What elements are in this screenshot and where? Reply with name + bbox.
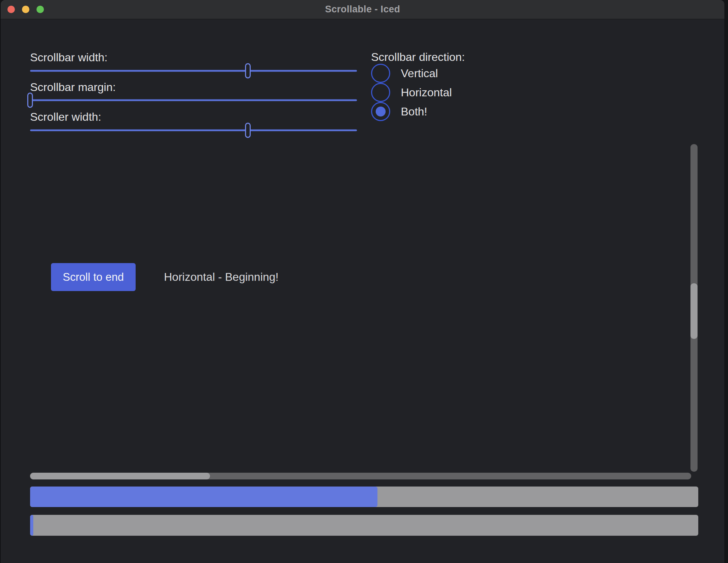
scrollbar-direction-label: Scrollbar direction: [371,50,465,64]
scrollbar-margin-label: Scrollbar margin: [30,80,116,94]
slider-track[interactable] [30,70,357,72]
traffic-lights [7,0,44,19]
horizontal-progress-bar [30,487,698,507]
vertical-scrollbar-thumb[interactable] [690,283,698,339]
scroller-width-label: Scroller width: [30,110,101,124]
zoom-button[interactable] [36,6,44,13]
scroll-to-end-button[interactable]: Scroll to end [51,263,136,291]
close-button[interactable] [7,6,15,13]
radio-icon[interactable] [371,64,390,83]
scrollbar-direction-group: Scrollbar direction: Vertical Horizontal… [371,50,465,121]
slider-handle[interactable] [245,63,251,78]
radio-option-label[interactable]: Both! [401,105,427,118]
radio-option-horizontal[interactable]: Horizontal [371,83,465,102]
progress-fill [30,515,33,536]
slider-handle[interactable] [27,92,33,108]
app-window: Scrollable - Iced Scrollbar width: Scrol… [1,0,724,563]
radio-option-label[interactable]: Vertical [401,67,438,80]
slider-track[interactable] [30,99,357,101]
titlebar: Scrollable - Iced [1,0,724,19]
slider-handle[interactable] [245,123,251,138]
minimize-button[interactable] [22,6,29,13]
window-title: Scrollable - Iced [325,4,400,15]
radio-option-both[interactable]: Both! [371,102,465,121]
scrollbar-width-slider[interactable] [30,63,357,78]
radio-icon-selected[interactable] [371,102,390,121]
horizontal-scrollbar-thumb[interactable] [30,473,210,479]
radio-dot [376,107,386,116]
content-area: Scrollbar width: Scrollbar margin: Scrol… [1,19,724,563]
progress-fill [30,487,377,507]
vertical-scrollbar-track[interactable] [690,144,698,472]
radio-option-vertical[interactable]: Vertical [371,64,465,83]
slider-track[interactable] [30,129,357,131]
vertical-progress-bar [30,515,698,536]
scrollbar-width-label: Scrollbar width: [30,50,108,64]
scrollbar-margin-slider[interactable] [30,92,357,108]
scroller-width-slider[interactable] [30,123,357,138]
radio-option-label[interactable]: Horizontal [401,86,452,99]
radio-icon[interactable] [371,83,390,102]
horizontal-scrollbar-track[interactable] [30,473,691,479]
scroll-status-text: Horizontal - Beginning! [164,263,279,291]
